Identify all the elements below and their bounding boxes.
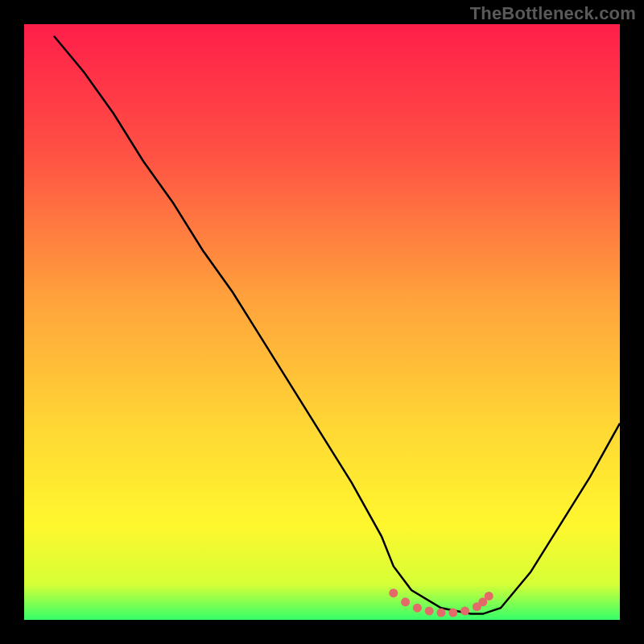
watermark: TheBottleneck.com [470,3,636,24]
trough-dot [448,609,457,617]
trough-dot [485,592,493,601]
trough-dot [389,588,398,597]
trough-dot [460,606,469,615]
chart-canvas [0,0,644,644]
chart-frame: TheBottleneck.com [0,0,644,644]
trough-dot [413,604,422,613]
trough-dot [425,606,434,615]
trough-dot [437,609,446,617]
trough-dot [401,597,410,606]
